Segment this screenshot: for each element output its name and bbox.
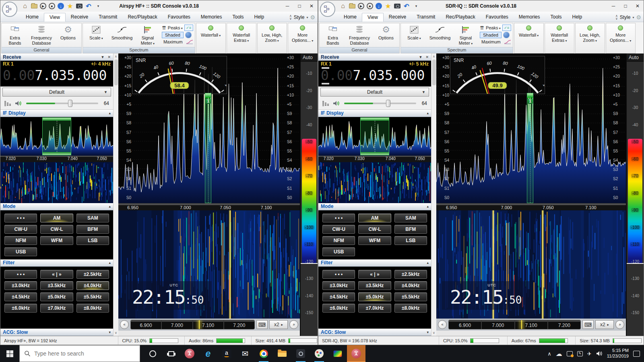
- undo-icon[interactable]: ↶: [85, 2, 92, 10]
- sidebar-scrollbar[interactable]: ∧ ∨: [431, 53, 436, 336]
- nav-frequency-label[interactable]: 7.200: [223, 320, 254, 329]
- taskbar-clock[interactable]: 5:15 PM 11/23/2019: [607, 348, 629, 359]
- panel-collapse-icon[interactable]: ▾: [109, 330, 111, 334]
- nav-frequency-label[interactable]: 7.000: [161, 320, 192, 329]
- waterfall-menu-button[interactable]: More Options...: [288, 23, 318, 53]
- menu-tab[interactable]: Favourites: [481, 13, 514, 22]
- profile-dropdown[interactable]: Default ▼: [320, 88, 429, 97]
- auto-range-button[interactable]: Auto: [301, 53, 318, 62]
- play-icon[interactable]: ▶: [358, 3, 364, 9]
- filter-button[interactable]: ±7.0kHz: [40, 304, 73, 313]
- mode-button[interactable]: • • •: [322, 214, 355, 222]
- waterfall-menu-button[interactable]: More Options...: [606, 23, 636, 53]
- ribbon-collapse-icon[interactable]: ∧∨: [289, 14, 292, 20]
- minimize-button[interactable]: ─: [281, 1, 293, 11]
- favourite-icon[interactable]: ★: [66, 2, 74, 10]
- style-menu[interactable]: Style: [294, 14, 305, 20]
- panel-collapse-icon[interactable]: ▼: [419, 55, 423, 59]
- app-logo-icon[interactable]: [320, 2, 335, 17]
- nav-frequency-label[interactable]: 7.000: [481, 320, 514, 329]
- sdr-console-active-icon[interactable]: [347, 345, 365, 362]
- open-folder-icon[interactable]: [349, 4, 355, 8]
- mode-button[interactable]: CW-U: [4, 225, 37, 234]
- mode-button[interactable]: CW-L: [358, 225, 391, 234]
- filter-button[interactable]: ±3.0kHz: [322, 281, 355, 290]
- edge-icon[interactable]: e: [199, 345, 217, 362]
- menu-tab[interactable]: Rec/Playback: [440, 13, 480, 22]
- volume-slider-handle[interactable]: [386, 100, 390, 107]
- if-waterfall[interactable]: [0, 162, 113, 203]
- style-caret-icon[interactable]: ▾: [306, 16, 308, 19]
- onedrive-cloud-icon[interactable]: ☁: [556, 350, 562, 358]
- open-folder-icon[interactable]: [31, 4, 37, 8]
- spectrum-display[interactable]: +30+25+20+15+10+5S9S8S7S6S5S4S3S2S1S0 +3…: [118, 53, 300, 203]
- panel-collapse-icon[interactable]: ▴: [427, 204, 429, 208]
- agc-panel-header[interactable]: ACG: Slow ▾: [0, 329, 113, 336]
- nav-frequency-label[interactable]: 7.200: [547, 320, 580, 329]
- airplane-icon[interactable]: ✈: [587, 351, 592, 357]
- search-input[interactable]: [34, 350, 135, 357]
- if-filter-selection[interactable]: [360, 117, 390, 155]
- speaker-icon[interactable]: [332, 100, 341, 107]
- menu-tab[interactable]: Memories: [514, 13, 545, 22]
- extra-bands-button[interactable]: Extra Bands: [321, 25, 345, 45]
- peaks-button[interactable]: Peaks: [486, 25, 501, 30]
- if-spectrum[interactable]: [318, 117, 431, 156]
- filter-button[interactable]: ±6.0kHz: [322, 304, 355, 313]
- mode-button[interactable]: • • •: [4, 214, 37, 222]
- panel-close-icon[interactable]: ✕: [425, 55, 429, 59]
- auto-range-button[interactable]: Auto: [627, 53, 644, 62]
- equalizer-icon[interactable]: [322, 101, 329, 106]
- start-button[interactable]: [0, 345, 19, 362]
- volume-slider[interactable]: [344, 100, 416, 107]
- undo-icon[interactable]: ↶: [403, 2, 410, 10]
- stop-icon[interactable]: ■: [367, 3, 373, 9]
- extra-bands-button[interactable]: Extra Bands: [3, 25, 27, 45]
- minimize-button[interactable]: ─: [607, 1, 619, 11]
- home-icon[interactable]: ⌂: [21, 2, 29, 10]
- shaded-button[interactable]: Shaded: [480, 32, 502, 38]
- filter-button[interactable]: ±3.5kHz: [40, 281, 73, 290]
- mode-button[interactable]: USB: [322, 247, 355, 256]
- filter-button[interactable]: • • •: [4, 270, 37, 279]
- settings-gear-icon[interactable]: ⚙: [636, 14, 641, 21]
- scroll-left-button[interactable]: «: [120, 320, 129, 329]
- favourite-icon[interactable]: ★: [384, 2, 392, 10]
- maximum-button[interactable]: Maximum: [162, 39, 184, 45]
- scale-button[interactable]: Scale: [402, 25, 426, 41]
- keyboard-entry-button[interactable]: ⌨: [256, 320, 268, 329]
- toolbar-more-icon[interactable]: ▾: [413, 2, 420, 10]
- filter-button[interactable]: ±5.0kHz: [40, 292, 73, 301]
- band-navigation-strip[interactable]: 6.9007.0007.1007.200: [448, 320, 581, 329]
- scroll-down-icon[interactable]: ∨: [433, 330, 435, 336]
- mode-button[interactable]: NFM: [322, 236, 355, 245]
- scroll-right-button[interactable]: »: [289, 320, 298, 329]
- frequency-display[interactable]: 0.007.035.000: [321, 67, 429, 85]
- band-navigation-strip[interactable]: 6.9007.0007.1007.200: [130, 320, 255, 329]
- menu-tab[interactable]: View: [44, 13, 66, 22]
- filter-button[interactable]: « | »: [358, 270, 391, 279]
- mode-button[interactable]: LSB: [394, 236, 427, 245]
- menu-tab[interactable]: Memories: [196, 13, 227, 22]
- play-icon[interactable]: ▶: [40, 3, 46, 9]
- waterfall-menu-button[interactable]: Waterfall Extras: [227, 23, 256, 53]
- mode-button[interactable]: NFM: [4, 236, 37, 245]
- file-explorer-icon[interactable]: [273, 345, 291, 362]
- if-display-header[interactable]: IF Display ▴: [318, 110, 431, 117]
- mode-button[interactable]: SAM: [76, 214, 109, 222]
- close-button[interactable]: ✕: [632, 1, 644, 11]
- download-icon[interactable]: ↓: [376, 3, 382, 9]
- waterfall-menu-button[interactable]: Waterfall Extras: [545, 23, 574, 53]
- filter-button[interactable]: ±4.5kHz: [4, 292, 37, 301]
- menu-tab[interactable]: Transmit: [93, 13, 122, 22]
- spectrum-options-checklist-icon[interactable]: ✓≡: [184, 25, 193, 31]
- frequency-database-button[interactable]: Frequency Database: [345, 25, 374, 45]
- filter-button[interactable]: ±6.0kHz: [4, 304, 37, 313]
- mode-button[interactable]: BFM: [76, 225, 109, 234]
- zoom-button[interactable]: x2 ▸: [269, 320, 288, 329]
- options-button[interactable]: ⚙ Options: [56, 25, 80, 41]
- pen-icon[interactable]: ✎: [577, 351, 583, 356]
- nav-frequency-label[interactable]: 6.900: [131, 320, 161, 329]
- mode-button[interactable]: AM: [358, 214, 391, 222]
- sidebar-scrollbar[interactable]: ∧ ∨: [113, 53, 118, 336]
